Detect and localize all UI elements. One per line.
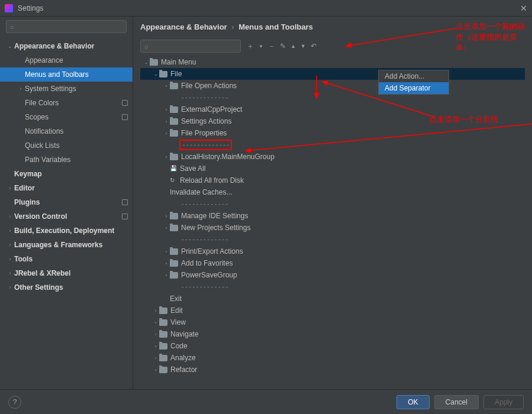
chevron-icon: ›: [163, 131, 170, 136]
breadcrumb-root[interactable]: Appearance & Behavior: [140, 22, 227, 31]
menu-tree-item[interactable]: -------------: [140, 92, 525, 104]
sidebar-item[interactable]: Menus and Toolbars: [0, 67, 133, 82]
menu-tree-item[interactable]: -------------: [140, 198, 525, 210]
menu-tree-item[interactable]: -------------: [140, 139, 525, 151]
add-icon[interactable]: ＋: [247, 41, 254, 51]
menu-tree-item[interactable]: -------------: [140, 234, 525, 245]
sidebar-item-label: Scopes: [25, 113, 122, 121]
menu-tree-label: -------------: [180, 141, 231, 149]
sidebar-item[interactable]: Path Variables: [0, 153, 133, 167]
content-search-input[interactable]: [150, 42, 239, 50]
sidebar-item-label: File Colors: [25, 99, 122, 107]
sidebar-item-label: Keymap: [14, 170, 128, 178]
folder-icon: [150, 59, 158, 66]
chevron-down-icon[interactable]: ▼: [259, 44, 263, 49]
sidebar-item-label: Version Control: [14, 212, 122, 221]
sidebar-item[interactable]: ›Other Settings: [0, 280, 133, 295]
folder-icon: [159, 319, 167, 326]
menu-tree-item[interactable]: ›Analyze: [140, 352, 525, 364]
sidebar-item[interactable]: Plugins: [0, 195, 133, 209]
sidebar-search[interactable]: ⌕: [6, 20, 127, 33]
settings-sidebar: ⌕ ⌄Appearance & BehaviorAppearanceMenus …: [0, 17, 133, 389]
chevron-icon: ›: [152, 367, 159, 373]
sidebar-item[interactable]: ›Editor: [0, 181, 133, 195]
sidebar-item-label: System Settings: [25, 85, 128, 93]
help-button[interactable]: ?: [8, 396, 21, 409]
menu-tree-label: Save All: [180, 164, 205, 173]
menu-tree-item[interactable]: ›Edit: [140, 305, 525, 316]
menu-tree-item[interactable]: -------------: [140, 281, 525, 293]
ok-button[interactable]: OK: [396, 395, 429, 409]
sidebar-item[interactable]: ›Languages & Frameworks: [0, 238, 133, 252]
menu-tree-item[interactable]: ›LocalHistory.MainMenuGroup: [140, 151, 525, 163]
breadcrumb: Appearance & Behavior › Menus and Toolba…: [133, 17, 532, 40]
menu-tree-item[interactable]: ›Navigate: [140, 328, 525, 340]
sidebar-item-label: Editor: [14, 184, 128, 192]
move-down-icon[interactable]: ▼: [301, 43, 306, 49]
sidebar-item[interactable]: Scopes: [0, 110, 133, 124]
chevron-icon: ›: [6, 228, 14, 234]
chevron-icon: ›: [152, 344, 159, 349]
menu-tree-label: Print/Export Actions: [181, 247, 243, 255]
menu-tree: ⌄Main Menu⌄File›File Open Actions-------…: [133, 56, 532, 389]
edit-icon[interactable]: ✎: [280, 42, 286, 50]
chevron-icon: ›: [163, 107, 170, 112]
dialog-footer: ? OK Cancel Apply: [0, 389, 532, 414]
menu-tree-item[interactable]: ›Settings Actions: [140, 115, 525, 127]
menu-tree-item[interactable]: ↻Reload All from Disk: [140, 174, 525, 186]
cancel-button[interactable]: Cancel: [434, 395, 479, 409]
folder-icon: [170, 260, 178, 267]
folder-icon: [170, 154, 178, 160]
chevron-icon: ›: [163, 273, 170, 278]
menu-tree-label: Invalidate Caches...: [170, 188, 232, 196]
sidebar-item[interactable]: Quick Lists: [0, 138, 133, 153]
sidebar-item[interactable]: File Colors: [0, 96, 133, 110]
menu-tree-item[interactable]: ›Code: [140, 340, 525, 352]
menu-tree-item[interactable]: ›Print/Export Actions: [140, 245, 525, 257]
menu-tree-item[interactable]: ›Add to Favorites: [140, 257, 525, 269]
menu-tree-label: Code: [170, 342, 188, 350]
content-search[interactable]: ⌕: [140, 40, 241, 53]
menu-tree-item[interactable]: ›File Open Actions: [140, 80, 525, 92]
menu-tree-item[interactable]: ›Manage IDE Settings: [140, 210, 525, 222]
menu-tree-item[interactable]: ›New Projects Settings: [140, 222, 525, 234]
move-up-icon[interactable]: ▲: [291, 43, 296, 49]
menu-tree-label: Analyze: [170, 354, 196, 362]
sidebar-search-input[interactable]: [16, 22, 122, 31]
sidebar-item-label: Quick Lists: [25, 141, 128, 150]
dropdown-add-separator[interactable]: Add Separator: [379, 82, 449, 94]
menu-tree-label: ExternalCppProject: [181, 105, 242, 114]
menu-tree-item[interactable]: Invalidate Caches...: [140, 186, 525, 198]
sidebar-item[interactable]: ›Version Control: [0, 209, 133, 224]
menu-tree-item[interactable]: ›File Properties: [140, 127, 525, 139]
sidebar-item[interactable]: ›Build, Execution, Deployment: [0, 224, 133, 238]
chevron-icon: ›: [163, 225, 170, 231]
search-icon: ⌕: [144, 43, 149, 50]
menu-tree-item[interactable]: Exit: [140, 293, 525, 305]
sidebar-item[interactable]: Notifications: [0, 124, 133, 138]
remove-icon[interactable]: －: [268, 41, 275, 51]
sidebar-item[interactable]: Keymap: [0, 167, 133, 181]
menu-tree-item[interactable]: ›ExternalCppProject: [140, 104, 525, 115]
menu-tree-label: -------------: [180, 200, 228, 208]
menu-tree-item[interactable]: 💾Save All: [140, 163, 525, 174]
sidebar-item[interactable]: ›System Settings: [0, 82, 133, 96]
folder-icon: [170, 106, 178, 113]
sidebar-item[interactable]: ›JRebel & XRebel: [0, 266, 133, 280]
sidebar-item-label: Appearance: [25, 56, 128, 64]
project-badge-icon: [122, 100, 128, 106]
reset-icon[interactable]: ↶: [311, 42, 317, 50]
dropdown-add-action[interactable]: Add Action...: [379, 70, 449, 82]
menu-tree-item[interactable]: ›PowerSaveGroup: [140, 269, 525, 281]
menu-tree-item[interactable]: ⌄Main Menu: [140, 56, 525, 68]
close-icon[interactable]: ✕: [520, 4, 527, 13]
sidebar-item[interactable]: ›Tools: [0, 252, 133, 266]
menu-tree-item[interactable]: ›Refactor: [140, 364, 525, 376]
menu-tree-item[interactable]: ›View: [140, 316, 525, 328]
chevron-icon: ›: [6, 270, 14, 276]
sidebar-item[interactable]: ⌄Appearance & Behavior: [0, 39, 133, 53]
menu-tree-item[interactable]: ⌄File: [140, 68, 525, 80]
sidebar-item[interactable]: Appearance: [0, 53, 133, 67]
folder-icon: [159, 308, 167, 314]
apply-button[interactable]: Apply: [483, 395, 524, 409]
